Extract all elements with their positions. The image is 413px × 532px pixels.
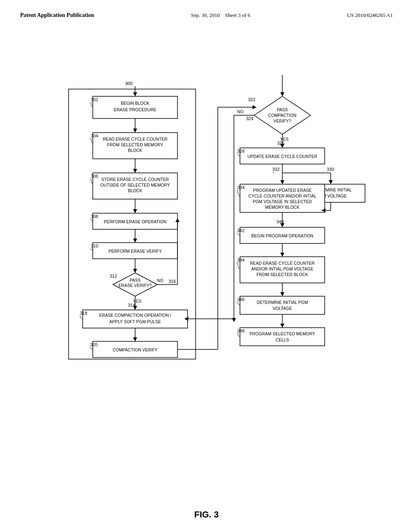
svg-marker-9	[133, 169, 137, 173]
ref-318: 318	[80, 311, 87, 316]
svg-marker-48	[280, 180, 284, 184]
node-322-l1: PASS	[277, 107, 288, 112]
sheet-info: Sheet 3 of 6	[225, 12, 250, 18]
ref-314: 314	[128, 303, 135, 308]
flowchart-svg: text { font-family: Arial, Helvetica, sa…	[0, 27, 413, 510]
figure-label: FIG. 3	[0, 509, 413, 520]
node-302-line2: ERASE PROCEDURE	[114, 107, 156, 112]
ref-322: 322	[248, 97, 255, 102]
ref-346: 346	[237, 297, 244, 302]
ref-340: 340	[276, 219, 284, 224]
node-348-l2: CELLS	[275, 337, 289, 342]
node-306-l2: OUTSIDE OF SELECTED MEMORY	[100, 183, 170, 187]
node-304-l3: BLOCK	[128, 148, 142, 153]
ref-310: 310	[91, 243, 98, 248]
svg-marker-15	[133, 239, 137, 243]
node-308: PERFORM ERASE OPERATION	[104, 219, 167, 224]
node-344-l2: AND/OR INTIAL PGM VOLTAGE	[251, 266, 313, 271]
ref-300: 300	[125, 81, 132, 86]
node-344-l3: FROM SELECTED BLOCK	[257, 272, 308, 277]
ref-348: 348	[237, 328, 244, 333]
ref-342: 342	[237, 228, 244, 233]
node-320: COMPACTION VERIFY	[113, 347, 157, 352]
node-310: PERFORM ERASE VERIFY	[108, 249, 162, 254]
ref-304: 304	[91, 133, 98, 138]
no-312: NO	[157, 278, 163, 283]
node-304-l2: FROM SELECTED MEMORY	[107, 142, 163, 147]
pub-date: Sep. 30, 2010	[191, 12, 220, 18]
page-header: Patent Application Publication Sep. 30, …	[0, 0, 413, 19]
ref-332: 332	[272, 167, 280, 172]
publication-label: Patent Application Publication	[20, 12, 94, 19]
ref-320: 320	[90, 342, 97, 347]
svg-marker-27	[133, 337, 137, 341]
ref-324: 324	[246, 116, 253, 121]
svg-rect-64	[240, 328, 325, 346]
svg-marker-3	[280, 92, 284, 96]
svg-rect-61	[240, 296, 325, 314]
ref-306: 306	[91, 174, 98, 179]
node-334-l4: MEMORY BLOCK	[265, 205, 299, 210]
svg-marker-57	[280, 253, 284, 257]
node-342: BEGIN PROGRAM OPERATION	[251, 233, 313, 238]
node-328: UPDATE ERASE CYCLE COUNTER	[247, 154, 317, 159]
flowchart-container: text { font-family: Arial, Helvetica, sa…	[0, 27, 413, 510]
node-318-l1: ERASE COMPACTION OPERATION /	[99, 313, 171, 318]
ref-328: 328	[237, 149, 244, 154]
svg-marker-12	[133, 209, 137, 213]
node-306-l3: BLOCK	[128, 188, 142, 193]
svg-marker-18	[133, 269, 137, 273]
ref-326: 326	[277, 141, 284, 145]
ref-344: 344	[237, 258, 244, 262]
ref-302: 302	[91, 97, 98, 102]
node-304-l1: READ ERASE CYCLE COUNTER	[103, 137, 168, 141]
header-center: Sep. 30, 2010 Sheet 3 of 6	[191, 12, 250, 19]
node-318-l2: APPLY SOFT PGM PULSE	[109, 319, 161, 324]
node-312-l2: ERASE VERIFY?	[119, 283, 152, 288]
node-322-l3: VERIFY?	[273, 118, 291, 123]
ref-312: 312	[110, 274, 117, 278]
node-322-l2: COMPACTION	[268, 113, 296, 118]
patent-number: US 2010/0246265 A1	[347, 12, 393, 19]
svg-marker-63	[280, 324, 284, 328]
svg-marker-6	[133, 129, 137, 133]
svg-marker-60	[280, 292, 284, 296]
ref-334: 334	[237, 185, 244, 190]
node-348-l1: PROGRAM SELECTED MEMORY	[250, 331, 315, 336]
svg-marker-1	[133, 92, 137, 96]
node-306-l1: STORE ERASE CYCLE COUNTER	[101, 177, 169, 182]
node-346-l2: VOLTAGE	[273, 306, 292, 311]
node-302-line1: BEGIN BLOCK	[121, 101, 149, 106]
ref-330: 330	[327, 167, 334, 172]
svg-marker-45	[329, 180, 333, 184]
ref-316: 316	[169, 279, 176, 284]
svg-marker-32	[252, 105, 257, 109]
node-344-l1: READ ERASE CYCLE COUNTER	[250, 261, 315, 266]
node-312-l1: PASS	[129, 278, 140, 283]
node-334-l1: PROGRAM UPDATED ERASE	[253, 188, 311, 193]
node-334-l3: PGM VOLTAGE IN SELECTED	[253, 199, 312, 204]
node-334-l2: CYCLE COUNTER AND/OR INTIAL	[248, 193, 317, 198]
ref-308: 308	[91, 214, 98, 219]
no-322: NO	[237, 109, 244, 114]
node-346-l1: DETERMINE INITIAL PGM	[257, 300, 308, 305]
